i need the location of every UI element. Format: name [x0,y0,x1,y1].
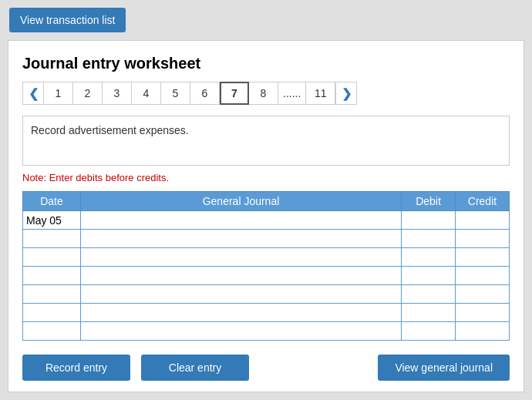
debit-input-2[interactable] [405,230,452,247]
journal-input-5[interactable] [84,286,398,303]
debit-input-1[interactable] [405,212,452,229]
page-8[interactable]: 8 [249,82,278,105]
journal-cell-7[interactable] [81,322,402,341]
journal-table: Date General Journal Debit Credit May 05 [22,191,510,341]
view-general-journal-button[interactable]: View general journal [378,355,510,381]
debit-cell-3[interactable] [402,248,456,267]
credit-input-4[interactable] [459,267,506,284]
debit-cell-5[interactable] [402,285,456,304]
credit-cell-6[interactable] [456,304,510,322]
pagination: ❮ 1 2 3 4 5 6 7 8 ...... 11 ❯ [22,82,510,105]
page-11[interactable]: 11 [306,82,335,105]
note-text: Note: Enter debits before credits. [22,172,510,183]
credit-input-7[interactable] [459,323,506,340]
page-1[interactable]: 1 [44,82,73,105]
page-6[interactable]: 6 [190,82,220,105]
credit-input-3[interactable] [459,249,506,266]
date-cell-2 [23,230,81,248]
credit-cell-1[interactable] [456,211,510,230]
description-text: Record advertisement expenses. [31,124,189,136]
page-2[interactable]: 2 [73,82,103,105]
debit-input-6[interactable] [405,304,452,321]
journal-cell-6[interactable] [81,304,402,322]
table-row [23,248,510,267]
table-row [23,230,510,248]
page-title: Journal entry worksheet [22,55,510,72]
credit-cell-4[interactable] [456,267,510,285]
debit-input-4[interactable] [405,267,452,284]
journal-input-3[interactable] [84,249,398,266]
table-row [23,322,510,341]
credit-cell-2[interactable] [456,230,510,248]
page-4[interactable]: 4 [132,82,161,105]
journal-cell-5[interactable] [81,285,402,304]
debit-cell-2[interactable] [402,230,456,248]
table-row [23,285,510,304]
journal-input-2[interactable] [84,230,398,247]
debit-input-7[interactable] [405,323,452,340]
date-cell-5 [23,285,81,304]
date-cell-7 [23,322,81,341]
table-row [23,267,510,285]
col-header-debit: Debit [402,192,456,211]
debit-input-5[interactable] [405,286,452,303]
journal-cell-2[interactable] [81,230,402,248]
view-transaction-button[interactable]: View transaction list [9,8,126,32]
record-entry-button[interactable]: Record entry [22,355,130,381]
debit-cell-1[interactable] [402,211,456,230]
bottom-buttons: Record entry Clear entry View general jo… [22,355,510,381]
debit-input-3[interactable] [405,249,452,266]
prev-page-button[interactable]: ❮ [22,82,44,105]
credit-cell-7[interactable] [456,322,510,341]
page-ellipsis: ...... [278,82,306,105]
col-header-credit: Credit [456,192,510,211]
journal-cell-1[interactable] [81,211,402,230]
date-cell-6 [23,304,81,322]
date-cell-4 [23,267,81,285]
col-header-journal: General Journal [81,192,402,211]
debit-cell-4[interactable] [402,267,456,285]
journal-cell-4[interactable] [81,267,402,285]
clear-entry-button[interactable]: Clear entry [141,355,249,381]
journal-input-1[interactable] [84,212,398,229]
debit-cell-7[interactable] [402,322,456,341]
table-row: May 05 [23,211,510,230]
date-cell-3 [23,248,81,267]
next-page-button[interactable]: ❯ [335,82,357,105]
journal-cell-3[interactable] [81,248,402,267]
credit-input-1[interactable] [459,212,506,229]
page-5[interactable]: 5 [161,82,190,105]
description-box: Record advertisement expenses. [22,116,510,166]
credit-cell-5[interactable] [456,285,510,304]
table-row [23,304,510,322]
debit-cell-6[interactable] [402,304,456,322]
credit-input-6[interactable] [459,304,506,321]
page-7-active[interactable]: 7 [220,82,249,105]
journal-input-4[interactable] [84,267,398,284]
credit-input-2[interactable] [459,230,506,247]
page-3[interactable]: 3 [103,82,132,105]
journal-input-7[interactable] [84,323,398,340]
journal-input-6[interactable] [84,304,398,321]
date-cell-1: May 05 [23,211,81,230]
col-header-date: Date [23,192,81,211]
credit-input-5[interactable] [459,286,506,303]
credit-cell-3[interactable] [456,248,510,267]
